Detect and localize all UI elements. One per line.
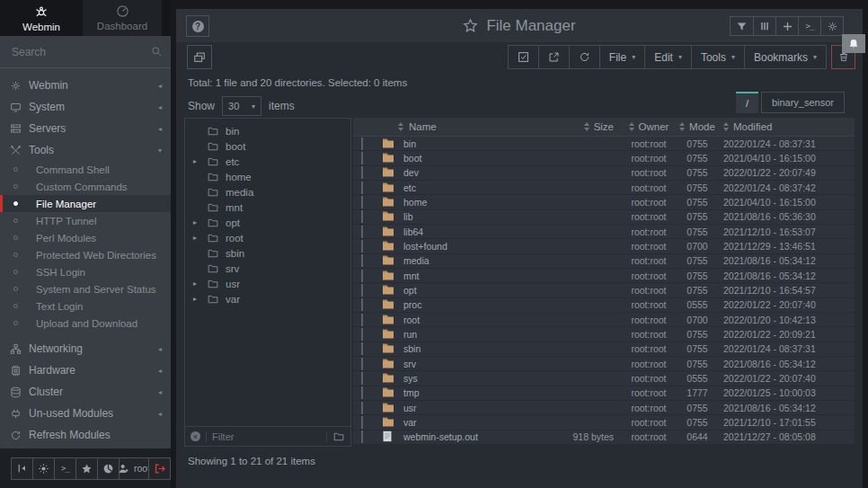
sidebar-item-upload-and-download[interactable]: Upload and Download xyxy=(0,315,171,332)
table-row[interactable]: mntroot:root07552021/08/16 - 05:34:12 xyxy=(353,269,855,283)
table-row[interactable]: srvroot:root07552021/08/16 - 05:34:12 xyxy=(353,357,855,371)
row-checkbox[interactable] xyxy=(361,254,363,267)
table-row[interactable]: homeroot:root07552021/04/10 - 16:15:00 xyxy=(353,195,855,209)
sidebar-item-refresh-modules[interactable]: Refresh Modules xyxy=(0,424,171,446)
sidebar-item-http-tunnel[interactable]: HTTP Tunnel xyxy=(0,212,171,229)
table-row[interactable]: webmin-setup.out918 bytesroot:root064420… xyxy=(353,430,855,445)
row-checkbox[interactable] xyxy=(361,416,363,429)
tab-dashboard[interactable]: Dashboard xyxy=(83,0,162,36)
column-modified[interactable]: Modified xyxy=(718,121,855,132)
sidebar-item-ssh-login[interactable]: SSH Login xyxy=(0,263,171,280)
chevron-right-icon[interactable]: ▸ xyxy=(193,157,200,165)
columns-button[interactable] xyxy=(753,17,775,35)
table-row[interactable]: devroot:root07552022/01/22 - 20:07:49 xyxy=(353,166,855,181)
tree-item-boot[interactable]: boot xyxy=(185,138,350,154)
tree-item-var[interactable]: ▸var xyxy=(185,291,350,306)
collapse-button[interactable] xyxy=(11,457,33,480)
table-row[interactable]: etcroot:root07552022/01/24 - 08:37:42 xyxy=(353,181,855,195)
table-row[interactable]: mediaroot:root07552021/08/16 - 05:34:12 xyxy=(353,254,855,269)
sidebar-item-system[interactable]: System◂ xyxy=(0,96,171,118)
tree-item-root[interactable]: ▸root xyxy=(185,230,350,245)
column-owner[interactable]: Owner xyxy=(621,121,677,132)
table-row[interactable]: runroot:root07552022/01/22 - 20:09:21 xyxy=(353,327,855,342)
table-row[interactable]: bootroot:root07552021/04/10 - 16:15:00 xyxy=(353,151,855,165)
row-checkbox[interactable] xyxy=(361,386,363,399)
clear-filter-icon[interactable]: × xyxy=(190,431,200,441)
row-checkbox[interactable] xyxy=(361,270,363,282)
user-button[interactable]: root xyxy=(119,457,149,480)
sidebar-item-text-login[interactable]: Text Login xyxy=(0,297,171,315)
sort-name[interactable] xyxy=(376,122,403,131)
tree-item-usr[interactable]: ▸usr xyxy=(185,276,350,291)
tree-item-media[interactable]: media xyxy=(185,184,350,200)
sidebar-item-webmin[interactable]: Webmin◂ xyxy=(0,75,171,96)
sidebar-item-un-used-modules[interactable]: Un-used Modules◂ xyxy=(0,403,171,424)
chevron-right-icon[interactable]: ▸ xyxy=(193,295,200,303)
terminal-button[interactable]: >_ xyxy=(54,457,76,480)
plus-button[interactable] xyxy=(775,17,798,35)
table-row[interactable]: usrroot:root07552021/08/16 - 05:34:12 xyxy=(353,401,855,415)
sidebar-item-command-shell[interactable]: Command Shell xyxy=(0,161,171,178)
check-square-button[interactable] xyxy=(509,46,538,68)
tree-item-bin[interactable]: bin xyxy=(185,123,350,138)
tree-item-home[interactable]: home xyxy=(185,169,350,184)
table-row[interactable]: varroot:root07552021/12/10 - 17:01:55 xyxy=(353,415,855,430)
column-size[interactable]: Size xyxy=(538,121,621,132)
row-checkbox[interactable] xyxy=(361,240,363,253)
star-button[interactable] xyxy=(75,457,98,480)
sun-button[interactable] xyxy=(32,457,55,480)
filter-button[interactable] xyxy=(731,17,753,35)
row-checkbox[interactable] xyxy=(361,298,363,311)
row-checkbox[interactable] xyxy=(361,358,363,370)
menu-edit[interactable]: Edit▾ xyxy=(644,46,691,68)
table-row[interactable]: rootroot:root07002022/01/20 - 10:42:13 xyxy=(353,313,855,327)
tree-filter-input[interactable] xyxy=(212,431,321,442)
column-mode[interactable]: Mode xyxy=(677,121,718,132)
menu-bookmarks[interactable]: Bookmarks▾ xyxy=(744,46,826,68)
table-row[interactable]: sbinroot:root07552022/01/24 - 08:37:31 xyxy=(353,342,855,357)
row-checkbox[interactable] xyxy=(361,402,363,414)
table-row[interactable]: tmproot:root17772022/01/25 - 10:00:03 xyxy=(353,386,855,401)
sidebar-item-system-and-server-status[interactable]: System and Server Status xyxy=(0,280,171,297)
table-row[interactable]: binroot:root07552022/01/24 - 08:37:31 xyxy=(353,137,855,151)
table-row[interactable]: sysroot:root05552022/01/22 - 20:07:40 xyxy=(353,371,855,386)
sidebar-item-perl-modules[interactable]: Perl Modules xyxy=(0,229,171,246)
row-checkbox[interactable] xyxy=(361,430,363,443)
sidebar-item-custom-commands[interactable]: Custom Commands xyxy=(0,178,171,195)
gear-button[interactable] xyxy=(820,17,843,35)
row-checkbox[interactable] xyxy=(361,166,363,179)
row-checkbox[interactable] xyxy=(361,328,363,341)
breadcrumb-current[interactable]: binary_sensor xyxy=(761,92,845,113)
pie-button[interactable] xyxy=(97,457,120,480)
table-row[interactable]: optroot:root07552021/12/10 - 16:54:57 xyxy=(353,283,855,297)
table-row[interactable]: procroot:root05552022/01/22 - 20:07:40 xyxy=(353,298,855,313)
sidebar-item-protected-web-directories[interactable]: Protected Web Directories xyxy=(0,246,171,263)
sidebar-item-networking[interactable]: Networking◂ xyxy=(0,338,171,359)
row-checkbox[interactable] xyxy=(361,284,363,297)
logout-button[interactable] xyxy=(148,457,171,480)
row-checkbox[interactable] xyxy=(361,196,363,209)
folder-icon[interactable] xyxy=(326,431,345,442)
sidebar-item-file-manager[interactable]: File Manager xyxy=(0,195,171,212)
refresh-button[interactable] xyxy=(569,46,599,68)
notifications-tab[interactable] xyxy=(842,34,865,53)
column-name[interactable]: Name xyxy=(403,121,538,132)
menu-file[interactable]: File▾ xyxy=(599,46,644,68)
row-checkbox[interactable] xyxy=(361,152,363,164)
row-checkbox[interactable] xyxy=(361,182,363,194)
tab-webmin[interactable]: Webmin xyxy=(0,0,83,36)
terminal-button[interactable]: >_ xyxy=(798,17,820,35)
chevron-right-icon[interactable]: ▸ xyxy=(193,279,200,288)
row-checkbox[interactable] xyxy=(361,226,363,238)
share-button[interactable] xyxy=(538,46,569,68)
sidebar-item-tools[interactable]: Tools▾ xyxy=(0,139,171,161)
sidebar-item-servers[interactable]: Servers◂ xyxy=(0,118,171,139)
chevron-right-icon[interactable]: ▸ xyxy=(193,234,200,242)
tree-item-srv[interactable]: srv xyxy=(185,261,350,276)
table-row[interactable]: libroot:root07552021/08/16 - 05:36:30 xyxy=(353,210,855,225)
sidebar-item-hardware[interactable]: Hardware◂ xyxy=(0,359,171,381)
table-row[interactable]: lost+foundroot:root07002021/12/29 - 13:4… xyxy=(353,239,855,253)
tree-item-opt[interactable]: ▸opt xyxy=(185,215,350,230)
star-outline-icon[interactable] xyxy=(463,18,478,33)
row-checkbox[interactable] xyxy=(361,138,363,150)
